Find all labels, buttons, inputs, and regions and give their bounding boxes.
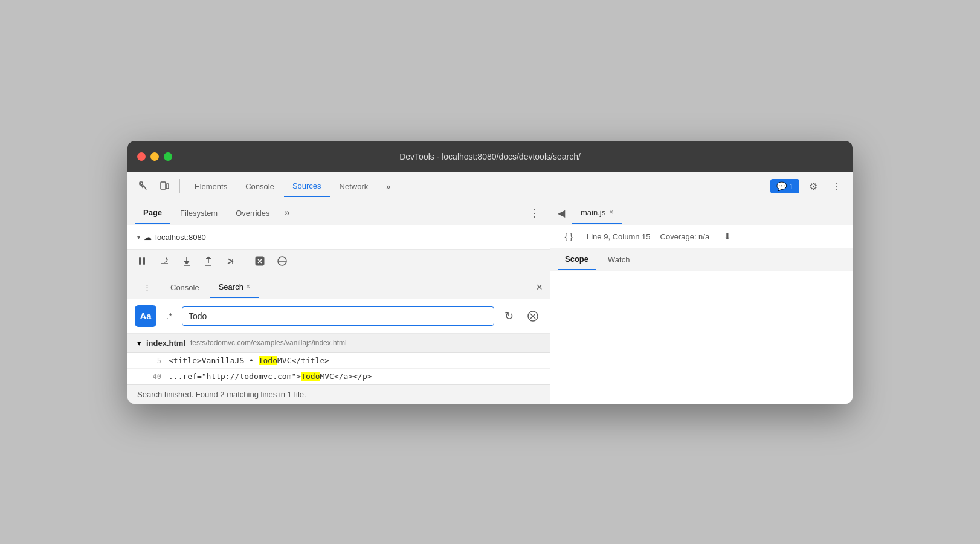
toolbar-right: 💬 1 ⚙ ⋮ [770,177,845,195]
blackbox-button[interactable] [253,254,267,271]
search-tab-close[interactable]: × [246,282,250,291]
result-line-40[interactable]: 40 ...ref="http://todomvc.com">TodoMVC</… [127,369,550,384]
navigator-back-button[interactable]: ◀ [550,202,572,224]
chat-icon: 💬 [776,181,787,191]
result-file-header[interactable]: ▾ index.html tests/todomvc.com/examples/… [127,334,550,353]
panel-close-button[interactable]: × [536,281,543,294]
tab-console[interactable]: Console [237,175,283,197]
scope-watch-tabs: Scope Watch [550,248,853,271]
result-line-5[interactable]: 5 <title>VanillaJS • TodoMVC</title> [127,353,550,369]
download-button[interactable]: ⬇ [719,228,736,245]
tab-search-bottom[interactable]: Search × [210,276,259,298]
devtools-window: DevTools - localhost:8080/docs/devtools/… [127,141,853,404]
tab-elements[interactable]: Elements [186,175,236,197]
right-panel: ◀ main.js × { } Line 9, Column 15 Covera… [550,201,853,404]
traffic-lights [137,152,172,161]
search-input-wrapper [182,306,494,326]
editor-tab-close[interactable]: × [609,208,613,216]
coverage-label: Coverage: n/a [660,232,710,241]
result-file-name: index.html [146,338,185,348]
inspect-icon[interactable] [135,177,153,195]
step-button[interactable] [223,254,237,271]
chat-badge-button[interactable]: 💬 1 [770,179,799,193]
result-file-path: tests/todomvc.com/examples/vanillajs/ind… [190,338,347,347]
watch-tab[interactable]: Watch [601,248,637,270]
scope-tab[interactable]: Scope [558,248,596,270]
svg-rect-4 [143,257,145,265]
tab-sources[interactable]: Sources [284,175,330,197]
close-button[interactable] [137,152,146,161]
subtab-overrides[interactable]: Overrides [227,201,278,224]
sources-subtabs: Page Filesystem Overrides » ⋮ [127,201,550,225]
svg-rect-1 [161,182,166,189]
search-status-bar: Search finished. Found 2 matching lines … [127,384,550,404]
search-area: Aa .* ↻ [127,299,550,334]
subtab-page[interactable]: Page [135,201,170,224]
bottom-panel-tabs: ⋮ Console Search × × [127,276,550,299]
subtabs-kebab-button[interactable]: ⋮ [527,204,543,222]
svg-rect-2 [166,184,169,189]
tab-more[interactable]: » [378,175,399,197]
editor-header: { } Line 9, Column 15 Coverage: n/a ⬇ [550,225,853,248]
subtab-filesystem[interactable]: Filesystem [172,201,226,224]
search-status-text: Search finished. Found 2 matching lines … [137,390,306,399]
line-content-5: <title>VanillaJS • TodoMVC</title> [169,356,329,365]
editor-tabs: ◀ main.js × [550,201,853,225]
window-title: DevTools - localhost:8080/docs/devtools/… [399,152,581,161]
title-bar: DevTools - localhost:8080/docs/devtools/… [127,141,853,172]
search-results: ▾ index.html tests/todomvc.com/examples/… [127,334,550,384]
result-file-arrow: ▾ [137,338,141,348]
subtabs-more-button[interactable]: » [280,205,295,221]
deactivate-breakpoints-button[interactable] [274,253,290,271]
main-tabs: Elements Console Sources Network » [186,175,768,197]
tab-network[interactable]: Network [331,175,377,197]
host-label: localhost:8080 [155,233,206,242]
file-tree: ▾ ☁ localhost:8080 [127,225,550,250]
editor-tab-label: main.js [581,208,605,217]
step-out-button[interactable] [201,254,216,271]
refresh-search-button[interactable]: ↻ [499,306,518,326]
toolbar-divider-1 [179,179,180,193]
device-toggle-icon[interactable] [155,177,173,195]
badge-count: 1 [789,182,793,191]
cursor-position: Line 9, Column 15 [587,232,651,241]
debug-divider [245,256,245,268]
step-over-button[interactable] [156,253,172,271]
editor-area [550,271,853,404]
format-button[interactable]: { } [560,228,577,245]
minimize-button[interactable] [150,152,159,161]
settings-button[interactable]: ⚙ [804,177,822,195]
debug-toolbar [127,250,550,276]
kebab-icon-btn[interactable]: ⋮ [135,276,160,298]
file-tree-host[interactable]: ▾ ☁ localhost:8080 [127,230,550,244]
svg-rect-3 [139,257,141,265]
clear-search-button[interactable] [523,306,543,326]
tab-console-bottom[interactable]: Console [162,276,208,298]
case-sensitive-button[interactable]: Aa [135,305,156,327]
line-number-40: 40 [147,372,161,381]
main-content: Page Filesystem Overrides » ⋮ ▾ ☁ localh… [127,201,853,404]
regex-button[interactable]: .* [161,308,177,323]
line-content-40: ...ref="http://todomvc.com">TodoMVC</a><… [169,372,372,381]
cloud-icon: ☁ [144,233,152,242]
line-number-5: 5 [147,357,161,365]
left-panel: Page Filesystem Overrides » ⋮ ▾ ☁ localh… [127,201,550,404]
editor-tab-mainjs[interactable]: main.js × [572,201,622,224]
step-into-button[interactable] [179,254,194,271]
search-input[interactable] [189,311,488,321]
pause-button[interactable] [135,254,149,271]
more-options-button[interactable]: ⋮ [827,177,845,195]
maximize-button[interactable] [164,152,172,161]
devtools-toolbar: Elements Console Sources Network » 💬 1 ⚙… [127,172,853,201]
tree-arrow-icon: ▾ [137,234,140,241]
